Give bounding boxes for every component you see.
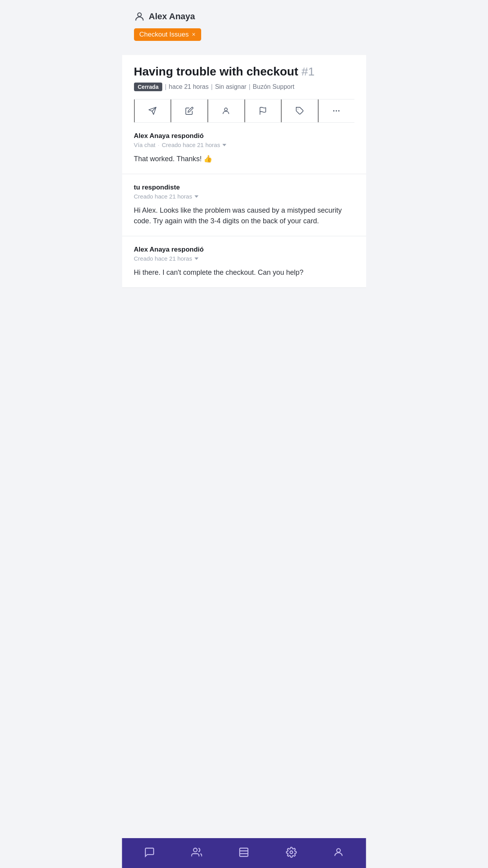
ticket-number: #1 xyxy=(301,65,314,78)
message-body: Hi Alex. Looks like the problem was caus… xyxy=(134,205,354,226)
ticket-title-section: Having trouble with checkout #1 Cerrada … xyxy=(122,55,366,123)
svg-point-6 xyxy=(333,110,334,111)
message-body: That worked. Thanks! 👍 xyxy=(134,154,354,164)
svg-point-3 xyxy=(225,108,227,111)
message-sub: Creado hace 21 horas xyxy=(134,255,354,262)
user-icon xyxy=(134,11,145,22)
content-spacer xyxy=(122,288,366,311)
toolbar xyxy=(134,99,354,123)
message-author: Alex Anaya respondió xyxy=(134,132,354,140)
ticket-assignee: Sin asignar xyxy=(215,83,246,90)
message-item: Alex Anaya respondió Vía chat · Creado h… xyxy=(122,123,366,174)
message-body: Hi there. I can't complete the checkout.… xyxy=(134,267,354,278)
user-row: Alex Anaya xyxy=(134,11,354,22)
messages-section: Alex Anaya respondió Vía chat · Creado h… xyxy=(122,123,366,288)
ticket-title: Having trouble with checkout #1 xyxy=(134,64,354,79)
message-author: Alex Anaya respondió xyxy=(134,246,354,254)
message-time: Creado hace 21 horas xyxy=(134,255,198,262)
svg-point-8 xyxy=(338,110,339,111)
tag-close-button[interactable]: × xyxy=(192,31,195,38)
time-dropdown-icon[interactable] xyxy=(194,195,198,198)
time-dropdown-icon[interactable] xyxy=(222,144,226,146)
ticket-time: hace 21 horas xyxy=(169,83,209,90)
message-sub: Vía chat · Creado hace 21 horas xyxy=(134,142,354,148)
checkout-issues-tag[interactable]: Checkout Issues × xyxy=(134,28,201,41)
user-name: Alex Anaya xyxy=(149,11,195,22)
assign-button[interactable] xyxy=(207,99,244,122)
message-item: tu respondiste Creado hace 21 horas Hi A… xyxy=(122,174,366,236)
flag-button[interactable] xyxy=(244,99,281,122)
message-time: Creado hace 21 horas xyxy=(134,193,198,200)
message-channel: Vía chat xyxy=(134,142,156,148)
message-author: tu respondiste xyxy=(134,184,354,191)
status-badge: Cerrada xyxy=(134,83,163,91)
send-button[interactable] xyxy=(134,99,171,122)
tag-row: Checkout Issues × xyxy=(134,28,354,41)
tag-text: Checkout Issues xyxy=(139,31,189,39)
message-sub: Creado hace 21 horas xyxy=(134,193,354,200)
svg-point-7 xyxy=(336,110,337,111)
svg-point-0 xyxy=(138,13,141,17)
time-dropdown-icon[interactable] xyxy=(194,257,198,260)
header-section: Alex Anaya Checkout Issues × xyxy=(122,0,366,55)
message-time: Creado hace 21 horas xyxy=(162,142,226,148)
ticket-mailbox: Buzón Support xyxy=(253,83,294,90)
more-button[interactable] xyxy=(318,99,354,122)
ticket-meta: Cerrada | hace 21 horas | Sin asignar | … xyxy=(134,83,354,91)
edit-button[interactable] xyxy=(171,99,207,122)
message-item: Alex Anaya respondió Creado hace 21 hora… xyxy=(122,236,366,288)
tag-button[interactable] xyxy=(281,99,318,122)
